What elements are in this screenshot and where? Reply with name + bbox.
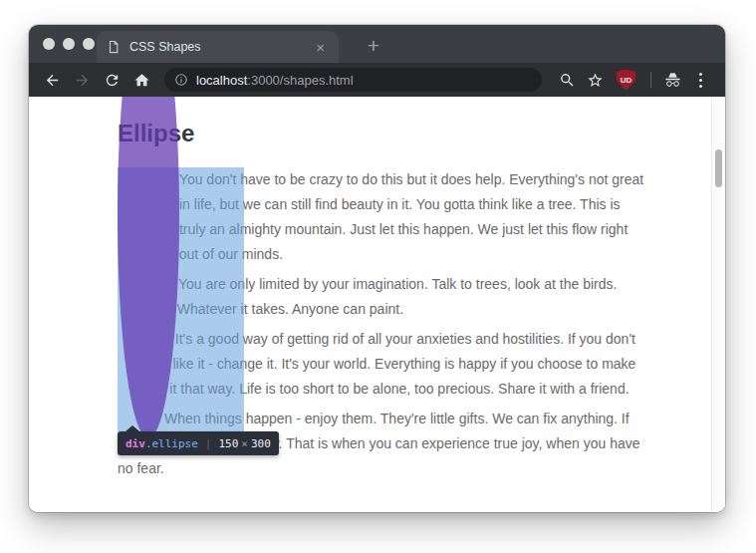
minimize-window-button[interactable] bbox=[63, 38, 75, 50]
scrollbar-thumb[interactable] bbox=[715, 149, 722, 187]
desktop-background: CSS Shapes × + bbox=[0, 0, 756, 553]
url-text: localhost:3000/shapes.html bbox=[196, 73, 354, 88]
document-icon bbox=[107, 40, 121, 55]
url-host: localhost bbox=[196, 73, 247, 88]
tab-close-icon[interactable]: × bbox=[312, 38, 329, 57]
tab-css-shapes[interactable]: CSS Shapes × bbox=[97, 31, 339, 63]
tooltip-times-icon: × bbox=[241, 437, 248, 450]
home-icon bbox=[133, 72, 150, 89]
paragraph-1: You don't have to be crazy to do this bu… bbox=[118, 167, 645, 267]
arrow-right-icon bbox=[74, 72, 91, 89]
toolbar-divider bbox=[650, 72, 651, 88]
window-controls bbox=[43, 38, 95, 50]
url-path: :3000/shapes.html bbox=[247, 73, 353, 88]
site-info-icon[interactable] bbox=[174, 73, 188, 87]
toolbar-right-icons: UD bbox=[554, 67, 715, 93]
tooltip-dimensions: 150×300 bbox=[218, 437, 270, 450]
extension-badge-label: UD bbox=[621, 76, 632, 85]
star-icon bbox=[587, 72, 604, 89]
tooltip-separator: | bbox=[205, 437, 212, 450]
titlebar: CSS Shapes × + bbox=[29, 25, 725, 63]
paragraph-3: It's a good way of getting rid of all yo… bbox=[118, 327, 645, 402]
devtools-element-tooltip: div.ellipse | 150×300 bbox=[118, 431, 279, 455]
forward-button[interactable] bbox=[69, 67, 95, 93]
magnifier-icon bbox=[559, 72, 576, 89]
reload-button[interactable] bbox=[99, 67, 125, 93]
reload-icon bbox=[104, 72, 121, 89]
tooltip-class-name: .ellipse bbox=[145, 437, 198, 450]
tab-title: CSS Shapes bbox=[129, 40, 312, 54]
navigation-toolbar: localhost:3000/shapes.html UD bbox=[29, 63, 725, 97]
zoom-button[interactable] bbox=[554, 67, 580, 93]
article: Ellipse You don't have to be crazy to do… bbox=[118, 97, 645, 486]
incognito-indicator bbox=[659, 67, 685, 93]
home-button[interactable] bbox=[128, 67, 154, 93]
page-viewport: Ellipse You don't have to be crazy to do… bbox=[29, 97, 725, 512]
three-dots-icon bbox=[699, 73, 702, 88]
new-tab-button[interactable]: + bbox=[360, 32, 387, 60]
browser-window: CSS Shapes × + bbox=[29, 25, 725, 512]
incognito-icon bbox=[664, 72, 681, 89]
bookmark-button[interactable] bbox=[582, 67, 608, 93]
back-button[interactable] bbox=[39, 67, 65, 93]
arrow-left-icon bbox=[44, 72, 61, 89]
paragraph-2: You are only limited by your imagination… bbox=[118, 272, 645, 322]
scrollbar[interactable] bbox=[711, 97, 725, 512]
close-window-button[interactable] bbox=[43, 38, 55, 50]
page-title: Ellipse bbox=[118, 119, 645, 148]
tooltip-width: 150 bbox=[218, 437, 238, 450]
browser-menu-button[interactable] bbox=[687, 67, 713, 93]
extension-badge[interactable]: UD bbox=[617, 70, 635, 91]
address-bar[interactable]: localhost:3000/shapes.html bbox=[164, 68, 542, 92]
tooltip-height: 300 bbox=[251, 437, 271, 450]
tooltip-tag-name: div bbox=[126, 437, 145, 450]
zoom-window-button[interactable] bbox=[83, 38, 95, 50]
